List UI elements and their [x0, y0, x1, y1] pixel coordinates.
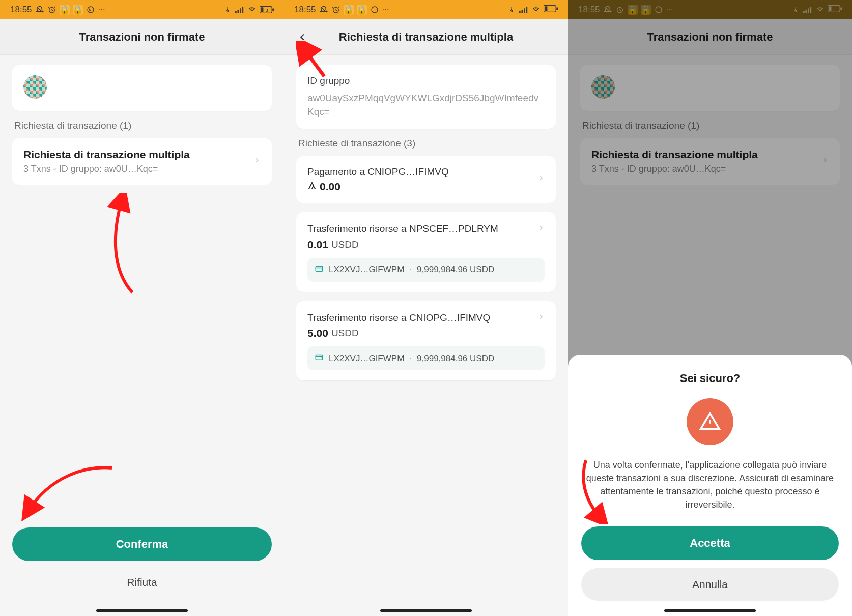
status-bar: 18:55 🔒 🔒 ··· 3	[0, 0, 284, 19]
svg-rect-17	[556, 7, 558, 10]
bluetooth-icon	[223, 5, 232, 14]
wallet-balance-row: LX2XVJ…GIFWPM · 9,999,984.96 USDD	[307, 346, 545, 370]
lock-pill-icon: 🔒	[344, 5, 354, 15]
chevron-right-icon	[537, 311, 545, 326]
more-icon: ···	[98, 5, 105, 15]
alarm-icon	[331, 5, 340, 14]
tx-amount: 5.00	[307, 327, 328, 339]
phone-screen-2: 18:55 🔒 🔒 ··· Richiesta di transazione m…	[284, 0, 568, 616]
tx-title: Trasferimento risorse a NPSCEF…PDLRYM	[307, 222, 537, 236]
dialog-title: Sei sicuro?	[581, 372, 839, 385]
algo-icon	[307, 181, 317, 193]
tx-currency: USDD	[331, 328, 359, 339]
account-card	[12, 65, 272, 111]
svg-rect-20	[316, 355, 323, 360]
svg-rect-13	[522, 10, 523, 13]
chevron-right-icon	[253, 155, 261, 169]
whatsapp-icon	[370, 5, 379, 14]
chevron-right-icon	[537, 222, 545, 237]
lock-pill-icon-2: 🔒	[73, 5, 83, 15]
confirm-dialog: Sei sicuro? Una volta confermate, l'appl…	[568, 355, 852, 616]
tx-title: Trasferimento risorse a CNIOPG…IFIMVQ	[307, 311, 537, 325]
home-indicator[interactable]	[664, 609, 756, 612]
wallet-address: LX2XVJ…GIFWPM	[329, 354, 404, 364]
svg-rect-5	[242, 7, 244, 13]
transaction-request-item[interactable]: Richiesta di transazione multipla 3 Txns…	[12, 138, 272, 185]
phone-screen-3: 18:55 🔒 🔒 ··· Transazioni non firmate Ri…	[568, 0, 852, 616]
wifi-icon	[531, 5, 541, 14]
avatar	[23, 75, 47, 99]
clock: 18:55	[10, 5, 32, 15]
battery-icon: 3	[260, 6, 274, 13]
lock-pill-icon: 🔒	[60, 5, 70, 15]
item-subtitle: 3 Txns - ID gruppo: aw0U…Kqc=	[23, 164, 253, 174]
cancel-button[interactable]: Annulla	[581, 568, 839, 601]
tx-amount: 0.01	[307, 239, 328, 251]
back-button[interactable]	[292, 27, 313, 47]
wallet-balance-row: LX2XVJ…GIFWPM · 9,999,984.96 USDD	[307, 258, 545, 282]
svg-rect-8	[261, 7, 264, 12]
svg-rect-14	[524, 8, 525, 13]
clock: 18:55	[294, 5, 316, 15]
bluetooth-icon	[507, 5, 516, 14]
app-bar: Transazioni non firmate	[0, 19, 284, 55]
tx-item-asset-transfer-1[interactable]: Trasferimento risorse a NPSCEF…PDLRYM 0.…	[296, 212, 556, 292]
svg-rect-12	[519, 11, 521, 13]
group-id-label: ID gruppo	[307, 75, 545, 86]
svg-rect-4	[240, 8, 241, 13]
tx-item-asset-transfer-2[interactable]: Trasferimento risorse a CNIOPG…IFIMVQ 5.…	[296, 301, 556, 381]
home-indicator[interactable]	[96, 609, 188, 612]
dot-separator: ·	[409, 354, 412, 364]
accept-button[interactable]: Accetta	[581, 526, 839, 560]
confirm-button[interactable]: Conferma	[12, 527, 272, 561]
wifi-icon	[247, 5, 257, 14]
dnd-icon	[319, 5, 328, 14]
svg-rect-2	[235, 11, 237, 13]
wallet-balance: 9,999,984.96 USDD	[417, 265, 494, 275]
phone-screen-1: 18:55 🔒 🔒 ··· 3	[0, 0, 284, 616]
signal-icon	[235, 5, 244, 14]
wallet-address: LX2XVJ…GIFWPM	[329, 265, 404, 275]
section-label: Richieste di transazione (3)	[298, 138, 556, 149]
reject-button[interactable]: Rifiuta	[12, 569, 272, 596]
section-label: Richiesta di transazione (1)	[14, 120, 272, 131]
tx-currency: USDD	[331, 239, 359, 250]
status-bar: 18:55 🔒 🔒 ···	[284, 0, 568, 19]
tx-amount: 0.00	[320, 181, 340, 193]
chevron-right-icon	[537, 172, 545, 187]
svg-point-1	[88, 7, 94, 13]
home-indicator[interactable]	[380, 609, 472, 612]
svg-rect-3	[238, 10, 239, 13]
group-id-card: ID gruppo aw0UaySxzPMqqVgWYKWLGxdjrDS56J…	[296, 65, 556, 129]
wallet-icon	[315, 264, 324, 276]
tx-item-payment[interactable]: Pagamento a CNIOPG…IFIMVQ 0.00	[296, 156, 556, 203]
wallet-balance: 9,999,984.96 USDD	[417, 354, 494, 364]
wallet-icon	[315, 353, 324, 364]
tx-title: Pagamento a CNIOPG…IFIMVQ	[307, 166, 537, 178]
alarm-icon	[47, 5, 56, 14]
dot-separator: ·	[409, 265, 412, 275]
lock-pill-icon-2: 🔒	[357, 5, 367, 15]
warning-icon	[687, 398, 733, 445]
group-id-value: aw0UaySxzPMqqVgWYKWLGxdjrDS56JbgWImfeedv…	[307, 92, 545, 119]
svg-rect-15	[526, 7, 528, 13]
dnd-icon	[35, 5, 44, 14]
signal-icon	[519, 5, 528, 14]
svg-text:3: 3	[265, 8, 268, 13]
whatsapp-icon	[86, 5, 95, 14]
page-title: Richiesta di transazione multipla	[339, 31, 513, 44]
chevron-left-icon	[297, 32, 308, 43]
battery-icon	[544, 5, 558, 15]
svg-point-11	[372, 7, 378, 13]
dialog-body: Una volta confermate, l'applicazione col…	[581, 458, 839, 511]
app-bar: Richiesta di transazione multipla	[284, 19, 568, 55]
svg-rect-7	[272, 8, 274, 11]
more-icon: ···	[382, 5, 389, 15]
svg-rect-18	[545, 6, 548, 11]
item-title: Richiesta di transazione multipla	[23, 149, 253, 161]
svg-rect-19	[316, 266, 323, 271]
page-title: Transazioni non firmate	[79, 31, 205, 44]
